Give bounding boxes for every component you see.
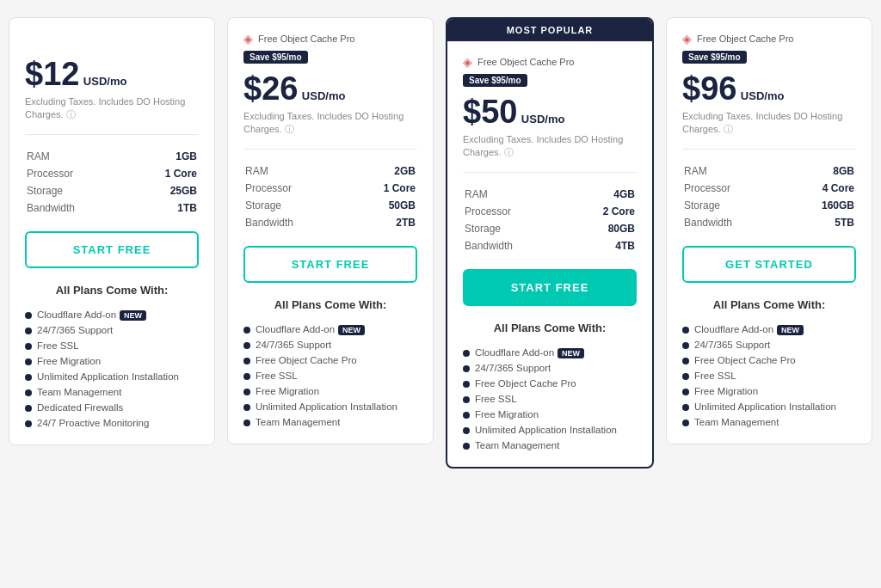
spec-label: Storage bbox=[27, 183, 128, 199]
spec-value: 1 Core bbox=[130, 166, 197, 181]
specs-table: RAM 2GB Processor 1 Core Storage 50GB Ba… bbox=[243, 162, 417, 232]
feature-item: Team Management bbox=[243, 414, 417, 430]
feature-dot bbox=[463, 350, 470, 357]
price-unit: USD/mo bbox=[521, 113, 565, 126]
feature-text: Unlimited Application Installation bbox=[694, 401, 836, 412]
feature-text: Free Migration bbox=[256, 386, 319, 396]
feature-list: Cloudflare Add-onNEW 24/7/365 Support Fr… bbox=[243, 322, 417, 430]
feature-dot bbox=[25, 389, 32, 396]
feature-item: Unlimited Application Installation bbox=[682, 399, 856, 414]
feature-list: Cloudflare Add-onNEW 24/7/365 Support Fr… bbox=[682, 322, 856, 430]
feature-item: Free Migration bbox=[243, 383, 417, 399]
feature-item: Free Migration bbox=[463, 407, 637, 422]
plan-card-plan-pro: ◈ Free Object Cache Pro Save $95/mo $96 … bbox=[666, 17, 872, 444]
start-button[interactable]: START FREE bbox=[243, 246, 417, 283]
feature-text: 24/7 Proactive Monitoring bbox=[37, 418, 149, 428]
spec-value: 2 Core bbox=[568, 204, 635, 219]
spec-label: Bandwidth bbox=[465, 238, 566, 254]
feature-dot bbox=[243, 358, 250, 364]
feature-item: 24/7/365 Support bbox=[25, 322, 199, 338]
price-unit: USD/mo bbox=[302, 89, 346, 102]
plan-card-plan-basic: $12 USD/mo Excluding Taxes. Includes DO … bbox=[9, 17, 215, 445]
feature-item: Team Management bbox=[463, 438, 637, 453]
feature-item: 24/7/365 Support bbox=[463, 360, 637, 376]
feature-text: Free Migration bbox=[37, 356, 101, 366]
all-plans-title: All Plans Come With: bbox=[25, 284, 199, 297]
promo-icon: ◈ bbox=[682, 32, 692, 46]
feature-list: Cloudflare Add-onNEW 24/7/365 Support Fr… bbox=[25, 307, 199, 431]
promo-row: ◈ Free Object Cache Pro Save $95/mo bbox=[463, 55, 637, 87]
feature-text: Free SSL bbox=[475, 394, 517, 404]
spec-row: Processor 4 Core bbox=[684, 181, 854, 196]
all-plans-title: All Plans Come With: bbox=[243, 298, 417, 311]
start-button[interactable]: START FREE bbox=[463, 269, 637, 306]
price-amount: $12 bbox=[25, 56, 79, 92]
spec-value: 80GB bbox=[568, 221, 635, 236]
spec-label: Processor bbox=[684, 181, 785, 196]
feature-text: Cloudflare Add-onNEW bbox=[37, 309, 146, 320]
new-badge: NEW bbox=[558, 348, 584, 358]
spec-value: 25GB bbox=[130, 183, 197, 199]
feature-item: Free Object Cache Pro bbox=[463, 376, 637, 391]
spec-value: 4GB bbox=[568, 187, 635, 202]
spec-value: 50GB bbox=[348, 198, 416, 213]
feature-dot bbox=[25, 358, 32, 365]
feature-text: Cloudflare Add-onNEW bbox=[694, 324, 804, 334]
feature-item: Team Management bbox=[25, 384, 199, 400]
feature-dot bbox=[463, 365, 470, 372]
feature-dot bbox=[682, 327, 689, 334]
spec-label: Processor bbox=[465, 204, 566, 219]
feature-text: Unlimited Application Installation bbox=[475, 425, 617, 435]
spec-label: Processor bbox=[245, 181, 347, 196]
feature-dot bbox=[682, 342, 689, 349]
spec-row: Bandwidth 5TB bbox=[684, 215, 854, 230]
specs-table: RAM 8GB Processor 4 Core Storage 160GB B… bbox=[682, 162, 856, 232]
feature-item: Unlimited Application Installation bbox=[25, 369, 199, 384]
feature-text: Free SSL bbox=[37, 340, 79, 351]
feature-text: 24/7/365 Support bbox=[694, 340, 770, 350]
feature-dot bbox=[243, 420, 250, 426]
feature-item: 24/7/365 Support bbox=[243, 337, 417, 352]
feature-text: Free Migration bbox=[475, 409, 539, 420]
price-row: $96 USD/mo bbox=[682, 72, 856, 105]
feature-text: Dedicated Firewalls bbox=[37, 402, 123, 413]
start-button[interactable]: GET STARTED bbox=[682, 246, 856, 283]
spec-value: 8GB bbox=[786, 163, 854, 179]
feature-text: Team Management bbox=[475, 440, 559, 450]
feature-dot bbox=[682, 389, 689, 395]
feature-dot bbox=[25, 312, 32, 319]
price-row: $26 USD/mo bbox=[243, 72, 417, 105]
price-note: Excluding Taxes. Includes DO Hosting Cha… bbox=[682, 110, 856, 137]
feature-dot bbox=[25, 405, 32, 412]
promo-icon: ◈ bbox=[463, 55, 472, 69]
spec-row: Storage 80GB bbox=[465, 221, 635, 236]
feature-dot bbox=[25, 328, 32, 334]
feature-text: 24/7/365 Support bbox=[256, 340, 331, 350]
plans-container: $12 USD/mo Excluding Taxes. Includes DO … bbox=[9, 17, 872, 469]
promo-text: Free Object Cache Pro bbox=[258, 34, 355, 44]
price-note: Excluding Taxes. Includes DO Hosting Cha… bbox=[463, 133, 637, 160]
spec-label: Bandwidth bbox=[27, 200, 128, 216]
feature-item: Free SSL bbox=[463, 391, 637, 407]
spec-row: RAM 2GB bbox=[245, 163, 416, 179]
feature-item: Dedicated Firewalls bbox=[25, 400, 199, 415]
feature-item: Team Management bbox=[682, 414, 856, 430]
feature-dot bbox=[243, 342, 250, 349]
spec-row: Storage 50GB bbox=[245, 198, 416, 213]
feature-text: Unlimited Application Installation bbox=[256, 401, 397, 412]
spec-label: RAM bbox=[27, 149, 128, 164]
price-note: Excluding Taxes. Includes DO Hosting Cha… bbox=[25, 95, 199, 122]
feature-item: Free SSL bbox=[682, 368, 856, 383]
feature-item: Free Migration bbox=[682, 383, 856, 399]
spec-value: 2GB bbox=[348, 163, 416, 179]
new-badge: NEW bbox=[338, 325, 365, 335]
popular-badge: MOST POPULAR bbox=[447, 19, 652, 41]
feature-list: Cloudflare Add-onNEW 24/7/365 Support Fr… bbox=[463, 345, 637, 453]
feature-text: 24/7/365 Support bbox=[37, 325, 113, 335]
plan-card-plan-standard: ◈ Free Object Cache Pro Save $95/mo $26 … bbox=[227, 17, 434, 444]
promo-row: ◈ Free Object Cache Pro Save $95/mo bbox=[243, 32, 417, 64]
feature-dot bbox=[25, 374, 32, 381]
feature-text: Free Object Cache Pro bbox=[475, 378, 576, 389]
start-button[interactable]: START FREE bbox=[25, 231, 199, 268]
price-amount: $26 bbox=[243, 70, 298, 107]
